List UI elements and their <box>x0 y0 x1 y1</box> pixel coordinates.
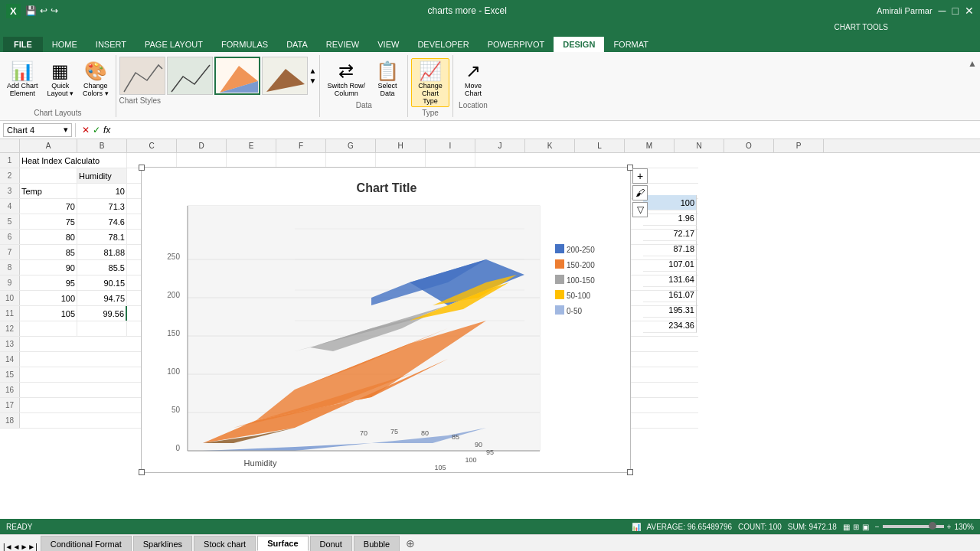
sidebar-val-1[interactable]: 1.96 <box>643 210 697 226</box>
sidebar-val-6[interactable]: 161.07 <box>643 287 697 302</box>
col-header-D[interactable]: D <box>177 139 227 152</box>
cell-A12[interactable] <box>20 321 77 336</box>
chart-add-element-floating[interactable]: + <box>632 168 648 184</box>
minimize-icon[interactable]: ─ <box>939 5 946 17</box>
sidebar-val-0[interactable]: 100 <box>643 195 697 210</box>
sidebar-val-7[interactable]: 195.31 <box>643 302 697 318</box>
cell-A3[interactable]: Temp <box>20 184 77 198</box>
sheet-tab-stock-chart[interactable]: Stock chart <box>194 536 256 551</box>
cell-A5[interactable]: 75 <box>20 214 77 229</box>
tab-formulas[interactable]: FORMULAS <box>212 37 277 52</box>
chart-handle-bl[interactable] <box>139 469 145 475</box>
col-header-H[interactable]: H <box>376 139 426 152</box>
cell-F1[interactable] <box>326 153 376 168</box>
page-break-view-icon[interactable]: ▣ <box>862 523 869 531</box>
cell-B4[interactable]: 71.3 <box>77 199 127 214</box>
chart-style-4[interactable] <box>262 57 308 95</box>
tab-file[interactable]: FILE <box>3 37 43 52</box>
cell-D1[interactable] <box>227 153 276 168</box>
sheet-last-icon[interactable]: ►| <box>28 543 38 551</box>
add-sheet-button[interactable]: ⊕ <box>401 536 420 551</box>
cell-A8[interactable]: 90 <box>20 260 77 275</box>
sheet-prev-icon[interactable]: ◄ <box>13 543 21 551</box>
cell-A9[interactable]: 95 <box>20 276 77 290</box>
sheet-tab-bubble[interactable]: Bubble <box>354 536 400 551</box>
zoom-thumb[interactable] <box>929 522 936 530</box>
cell-B10[interactable]: 94.75 <box>77 291 127 305</box>
cell-B2[interactable]: Humidity <box>77 168 127 183</box>
sidebar-val-4[interactable]: 107.01 <box>643 256 697 272</box>
undo-icon[interactable]: ↩ <box>40 5 47 16</box>
cell-A4[interactable]: 70 <box>20 199 77 214</box>
cell-E1[interactable] <box>276 153 326 168</box>
cell-B11[interactable]: 99.56 <box>77 306 127 321</box>
tab-format[interactable]: FORMAT <box>604 37 658 52</box>
col-header-I[interactable]: I <box>426 139 475 152</box>
col-header-P[interactable]: P <box>774 139 824 152</box>
col-header-E[interactable]: E <box>227 139 276 152</box>
cell-B6[interactable]: 78.1 <box>77 230 127 244</box>
cell-B7[interactable]: 81.88 <box>77 245 127 259</box>
cell-B9[interactable]: 90.15 <box>77 276 127 290</box>
close-icon[interactable]: ✕ <box>965 5 974 17</box>
chart-filter-floating[interactable]: ▽ <box>632 202 648 217</box>
maximize-icon[interactable]: □ <box>952 5 959 17</box>
cell-A7[interactable]: 85 <box>20 245 77 259</box>
tab-view[interactable]: VIEW <box>368 37 408 52</box>
zoom-out-icon[interactable]: − <box>875 523 880 531</box>
tab-home[interactable]: HOME <box>43 37 87 52</box>
col-header-C[interactable]: C <box>127 139 177 152</box>
sheet-tab-donut[interactable]: Donut <box>310 536 352 551</box>
chart-handle-tl[interactable] <box>139 165 145 171</box>
cell-A11[interactable]: 105 <box>20 306 77 321</box>
zoom-slider[interactable] <box>883 525 944 528</box>
confirm-formula-icon[interactable]: ✓ <box>93 125 100 135</box>
col-header-N[interactable]: N <box>675 139 724 152</box>
chart-container[interactable]: Chart Title 0 50 100 150 200 250 <box>141 167 631 473</box>
sidebar-val-2[interactable]: 72.17 <box>643 226 697 241</box>
cell-H1[interactable] <box>426 153 475 168</box>
sheet-next-icon[interactable]: ► <box>20 543 28 551</box>
cell-A1[interactable]: Heat Index Calculato <box>20 153 127 168</box>
switch-row-column-button[interactable]: ⇄ Switch Row/Column <box>323 58 369 99</box>
chart-handle-br[interactable] <box>627 469 633 475</box>
zoom-in-icon[interactable]: + <box>947 523 952 531</box>
redo-icon[interactable]: ↪ <box>51 5 58 16</box>
sidebar-val-8[interactable]: 234.36 <box>643 318 697 333</box>
tab-design[interactable]: DESIGN <box>554 37 604 52</box>
add-chart-element-button[interactable]: 📊 Add ChartElement <box>3 58 42 99</box>
col-header-G[interactable]: G <box>326 139 376 152</box>
cell-C1[interactable] <box>177 153 227 168</box>
sheet-tab-surface[interactable]: Surface <box>257 536 308 551</box>
collapse-icon[interactable]: ▲ <box>968 58 977 69</box>
sidebar-val-5[interactable]: 131.64 <box>643 272 697 287</box>
cell-A6[interactable]: 80 <box>20 230 77 244</box>
cell-B5[interactable]: 74.6 <box>77 214 127 229</box>
col-header-A[interactable]: A <box>20 139 77 152</box>
formula-input[interactable] <box>113 126 977 135</box>
sheet-tab-sparklines[interactable]: Sparklines <box>133 536 192 551</box>
page-layout-view-icon[interactable]: ⊞ <box>853 523 859 531</box>
col-header-F[interactable]: F <box>276 139 326 152</box>
col-header-B[interactable]: B <box>77 139 127 152</box>
select-data-button[interactable]: 📋 SelectData <box>371 58 404 99</box>
sidebar-val-3[interactable]: 87.18 <box>643 241 697 256</box>
col-header-K[interactable]: K <box>525 139 575 152</box>
change-chart-type-button[interactable]: 📈 ChangeChartType <box>411 58 449 107</box>
normal-view-icon[interactable]: ▦ <box>843 523 850 531</box>
tab-data[interactable]: DATA <box>277 37 317 52</box>
cell-B1[interactable] <box>127 153 177 168</box>
style-scroll[interactable]: ▲ ▼ <box>309 67 317 85</box>
ribbon-collapse[interactable]: ▲ <box>968 55 977 117</box>
tab-page-layout[interactable]: PAGE LAYOUT <box>136 37 212 52</box>
change-colors-button[interactable]: 🎨 ChangeColors ▾ <box>79 58 113 99</box>
cell-G1[interactable] <box>376 153 426 168</box>
col-header-L[interactable]: L <box>575 139 625 152</box>
tab-review[interactable]: REVIEW <box>317 37 368 52</box>
cell-B8[interactable]: 85.5 <box>77 260 127 275</box>
chart-brush-floating[interactable]: 🖌 <box>632 185 648 201</box>
sheet-tab-conditional-format[interactable]: Conditional Format <box>41 536 132 551</box>
cell-B3[interactable]: 10 <box>77 184 127 198</box>
quick-layout-button[interactable]: ▦ QuickLayout ▾ <box>44 58 78 99</box>
col-header-J[interactable]: J <box>475 139 525 152</box>
